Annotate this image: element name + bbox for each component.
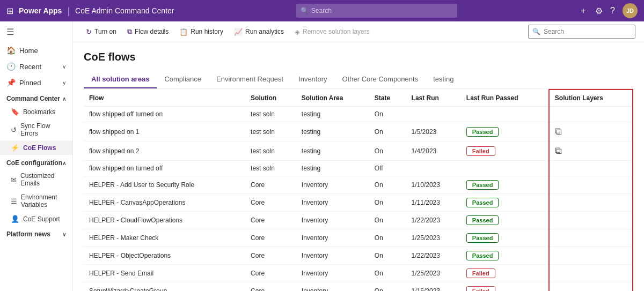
remove-solution-layers-button[interactable]: ◈ Remove solution layers	[290, 25, 374, 39]
cell-last-run: 1/22/2023	[406, 212, 461, 229]
cell-state: On	[369, 176, 406, 194]
top-search-wrap: 🔍	[296, 4, 457, 18]
platform-news-label: Platform news	[6, 230, 50, 238]
top-search-input[interactable]	[296, 4, 457, 18]
run-analytics-button[interactable]: 📈 Run analytics	[230, 25, 288, 39]
cell-last-run-passed: Passed	[461, 122, 549, 141]
sidebar-item-bookmarks[interactable]: 🔖 Bookmarks	[0, 105, 72, 119]
sidebar-item-coe-flows[interactable]: ⚡ CoE Flows	[0, 140, 72, 155]
plus-icon[interactable]: ＋	[579, 5, 588, 17]
cell-state: Off	[369, 161, 406, 176]
table-row[interactable]: HELPER - Maker CheckCoreInventoryOn1/25/…	[84, 229, 633, 247]
top-bar-icons: ＋ ⚙ ? JD	[579, 3, 638, 18]
customized-emails-label: Customized Emails	[20, 172, 66, 187]
coe-config-chevron: ∧	[62, 160, 66, 166]
turn-on-icon: ↻	[86, 28, 92, 36]
tabs: All solution areas Compliance Environmen…	[84, 71, 633, 89]
cell-flow: flow shipped on 2	[84, 141, 245, 161]
remove-layers-icon: ◈	[295, 28, 300, 36]
status-badge: Passed	[466, 215, 499, 225]
cell-solution: Core	[245, 194, 296, 212]
env-vars-icon: ☰	[11, 197, 17, 205]
cell-solution: Core	[245, 265, 296, 282]
cell-last-run-passed: Passed	[461, 176, 549, 194]
cmd-search-input[interactable]	[528, 25, 635, 39]
flow-details-button[interactable]: ⧉ Flow details	[123, 25, 173, 39]
bookmarks-icon: 🔖	[11, 108, 19, 116]
recent-icon: 🕐	[6, 62, 16, 71]
sidebar-item-pinned[interactable]: 📌 Pinned ∨	[0, 74, 72, 91]
table-row[interactable]: flow shipped on 2test solntestingOn1/4/2…	[84, 141, 633, 161]
pinned-chevron: ∨	[62, 80, 66, 86]
env-variables-label: Environment Variables	[21, 193, 66, 208]
tab-other-core-components[interactable]: Other Core Components	[335, 71, 426, 88]
table-row[interactable]: HELPER - Send EmailCoreInventoryOn1/25/2…	[84, 265, 633, 282]
table-row[interactable]: HELPER - ObjectOperationsCoreInventoryOn…	[84, 247, 633, 265]
table-wrap: Flow Solution Solution Area State Last R…	[84, 89, 633, 291]
cell-last-run: 1/10/2023	[406, 176, 461, 194]
col-header-state: State	[369, 89, 406, 107]
sidebar-item-recent[interactable]: 🕐 Recent ∨	[0, 58, 72, 74]
cell-last-run-passed: Passed	[461, 229, 549, 247]
sidebar-item-coe-support[interactable]: 👤 CoE Support	[0, 212, 72, 226]
status-badge: Passed	[466, 180, 499, 190]
sidebar-toggle[interactable]: ☰	[0, 21, 72, 42]
table-row[interactable]: HELPER - Add User to Security RoleCoreIn…	[84, 176, 633, 194]
layers-icon[interactable]: ⧉	[555, 126, 562, 137]
table-row[interactable]: flow shipped on turned offtest solntesti…	[84, 161, 633, 176]
sidebar-item-customized-emails[interactable]: ✉ Customized Emails	[0, 169, 72, 190]
table-row[interactable]: flow shipped off turned ontest solntesti…	[84, 107, 633, 122]
cell-flow: flow shipped on 1	[84, 122, 245, 141]
cell-solution-layers: ⧉	[549, 141, 633, 161]
table-row[interactable]: HELPER - CloudFlowOperationsCoreInventor…	[84, 212, 633, 229]
waffle-icon[interactable]: ⊞	[6, 6, 13, 16]
flow-details-icon: ⧉	[127, 27, 132, 36]
cell-state: On	[369, 194, 406, 212]
cell-last-run-passed: Failed	[461, 265, 549, 282]
recent-label: Recent	[19, 63, 41, 71]
coe-config-label: CoE configuration	[6, 159, 62, 167]
table-row[interactable]: flow shipped on 1test solntestingOn1/5/2…	[84, 122, 633, 141]
sidebar-item-env-variables[interactable]: ☰ Environment Variables	[0, 190, 72, 212]
sidebar-item-home[interactable]: 🏠 Home	[0, 42, 72, 58]
tab-environment-request[interactable]: Environment Request	[209, 71, 291, 88]
platform-news-chevron: ∨	[62, 232, 66, 237]
command-center-section[interactable]: Command Center ∧	[0, 91, 72, 105]
cell-state: On	[369, 282, 406, 292]
cell-solution: Core	[245, 229, 296, 247]
status-badge: Passed	[466, 198, 499, 207]
tab-all-solution-areas[interactable]: All solution areas	[84, 71, 157, 88]
cell-area: Inventory	[296, 282, 369, 292]
cell-area: testing	[296, 141, 369, 161]
tab-inventory[interactable]: Inventory	[291, 71, 334, 88]
cell-last-run-passed: Passed	[461, 212, 549, 229]
layers-icon[interactable]: ⧉	[555, 145, 562, 156]
cell-area: Inventory	[296, 229, 369, 247]
coe-flows-label: CoE Flows	[23, 144, 56, 152]
cell-last-run: 1/5/2023	[406, 122, 461, 141]
turn-on-button[interactable]: ↻ Turn on	[82, 25, 121, 39]
cell-solution-layers: ⧉	[549, 122, 633, 141]
layout: ☰ 🏠 Home 🕐 Recent ∨ 📌 Pinned ∨ Command C…	[0, 21, 644, 291]
cell-solution-layers	[549, 282, 633, 292]
coe-config-section[interactable]: CoE configuration ∧	[0, 155, 72, 169]
platform-news-section[interactable]: Platform news ∨	[0, 226, 72, 240]
tab-testing[interactable]: testing	[426, 71, 461, 88]
sidebar-item-sync-flow-errors[interactable]: ↺ Sync Flow Errors	[0, 119, 72, 140]
cell-last-run: 1/16/2023	[406, 282, 461, 292]
col-header-last-run-passed: Last Run Passed	[461, 89, 549, 107]
settings-icon[interactable]: ⚙	[595, 6, 603, 16]
avatar[interactable]: JD	[623, 3, 638, 18]
cell-state: On	[369, 212, 406, 229]
coe-flows-icon: ⚡	[11, 144, 19, 152]
col-header-solution-area: Solution Area	[296, 89, 369, 107]
tab-compliance[interactable]: Compliance	[157, 71, 209, 88]
help-icon[interactable]: ?	[610, 6, 615, 16]
run-history-button[interactable]: 📋 Run history	[175, 25, 228, 39]
cell-flow: flow shipped off turned on	[84, 107, 245, 122]
table-row[interactable]: SetupWizard>CreateGroupCoreInventoryOn1/…	[84, 282, 633, 292]
cell-flow: flow shipped on turned off	[84, 161, 245, 176]
top-search-icon: 🔍	[301, 7, 309, 14]
table-row[interactable]: HELPER - CanvasAppOperationsCoreInventor…	[84, 194, 633, 212]
sync-flow-errors-label: Sync Flow Errors	[20, 122, 66, 137]
